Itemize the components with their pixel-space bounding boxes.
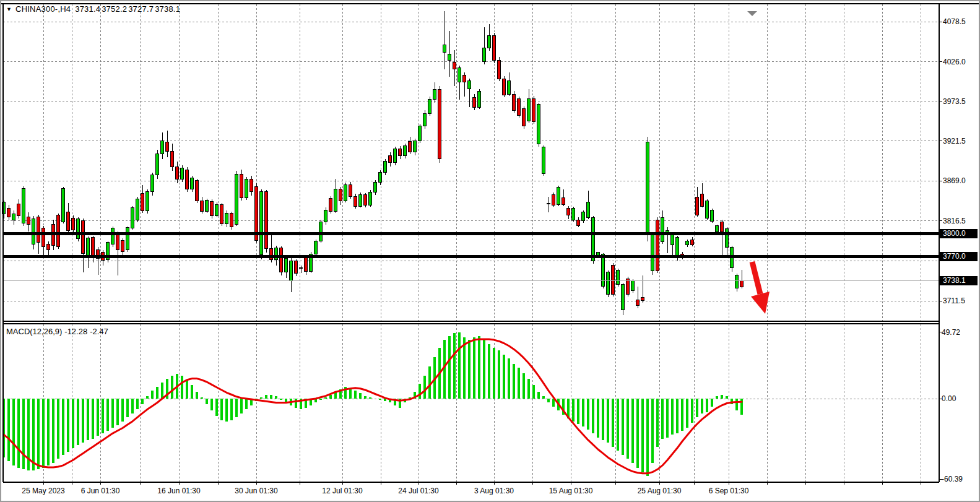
ohlc-low: 3727.7	[128, 4, 154, 14]
indicator-macd-value: -12.28	[64, 327, 87, 336]
gridlines	[3, 4, 939, 482]
time-axis-label: 3 Aug 01:30	[474, 487, 514, 495]
price-axis-label: 3711.5	[943, 296, 965, 305]
price-axis-label: 3816.5	[943, 217, 966, 225]
price-axis-label: 3869.0	[943, 176, 966, 185]
time-axis-label: 25 May 2023	[22, 487, 64, 495]
time-axis-label: 6 Sep 01:30	[709, 487, 749, 495]
ohlc-close: 3738.1	[155, 4, 180, 14]
time-axis-label: 15 Aug 01:30	[549, 487, 593, 495]
ohlc-open: 3731.4	[75, 4, 100, 14]
symbol-marker-icon: ▼	[6, 6, 12, 12]
indicator-label: MACD(12,26,9)-12.28-2.47	[6, 327, 111, 336]
macd-axis-label: -60.39	[942, 475, 963, 483]
indicator-signal-value: -2.47	[90, 327, 108, 336]
macd-axis-label: 49.72	[942, 328, 960, 337]
axis-ticks	[43, 22, 942, 485]
indicator-name: MACD(12,26,9)	[6, 327, 62, 336]
price-axis-label: 4078.5	[943, 17, 966, 26]
time-axis-label: 16 Jun 01:30	[157, 487, 200, 495]
price-badge[interactable]: 3770.0	[940, 252, 978, 261]
macd-signal-line	[4, 339, 742, 474]
price-axis-label: 3921.5	[943, 137, 966, 145]
panel-frames	[1, 4, 980, 482]
macd-axis-label: 0.00	[942, 394, 956, 403]
price-badge[interactable]: 3800.0	[940, 229, 978, 238]
price-axis-label: 4026.0	[943, 58, 966, 66]
time-axis-label: 25 Aug 01:30	[638, 487, 682, 495]
time-axis-label: 30 Jun 01:30	[235, 487, 277, 495]
last-bar-marker-icon	[747, 11, 757, 16]
time-axis-label: 6 Jun 01:30	[81, 487, 120, 495]
chart-canvas[interactable]	[1, 1, 980, 502]
time-axis-label: 12 Jul 01:30	[322, 487, 362, 495]
symbol-name: CHINA300-,H4	[15, 4, 71, 14]
level-lines[interactable]	[3, 233, 939, 256]
price-axis-label: 3973.5	[943, 97, 966, 106]
macd-histogram	[4, 332, 742, 476]
ohlc-high: 3752.2	[102, 4, 127, 14]
candles	[2, 11, 744, 314]
trading-chart-window: ▼CHINA300-,H43731.43752.23727.73738.1 MA…	[0, 0, 980, 502]
time-axis-label: 24 Jul 01:30	[398, 487, 438, 495]
symbol-header: ▼CHINA300-,H43731.43752.23727.73738.1	[6, 4, 181, 14]
price-badge[interactable]: 3738.1	[940, 276, 978, 285]
